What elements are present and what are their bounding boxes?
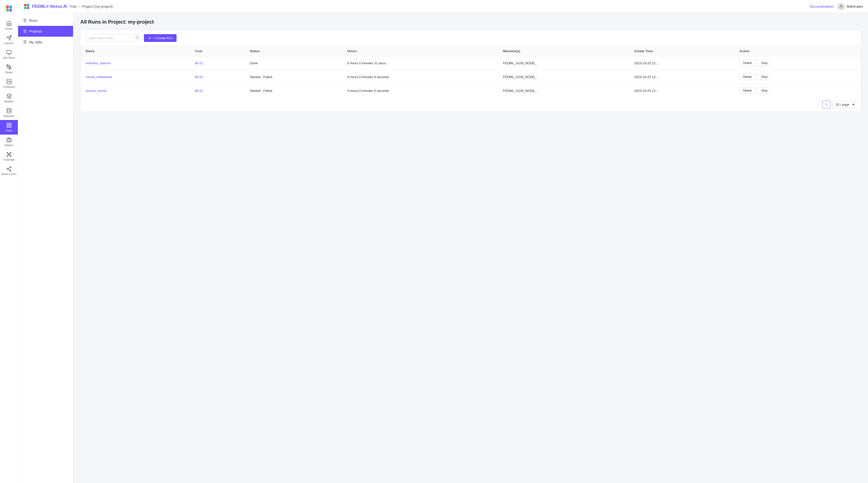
top-header: FEDML® Nexus AI Train > Project (my-proj… (18, 0, 868, 13)
header-right: Documentation fedml-alex (810, 3, 863, 10)
svg-line-22 (9, 153, 10, 154)
col-name: Name (81, 46, 190, 56)
svg-line-25 (7, 155, 9, 156)
run-link[interactable]: davinci_serval (86, 89, 106, 93)
svg-line-37 (138, 38, 138, 39)
cell-create-time: 2023-10-25 12:... (629, 70, 734, 84)
run-link[interactable]: monet_wildebeest (86, 75, 112, 79)
cell-status: Started - Failed (245, 70, 342, 84)
search-input[interactable] (86, 34, 141, 42)
cell-status: Started - Failed (245, 84, 342, 98)
svg-line-24 (9, 155, 10, 156)
cell-action: Delete Stop (734, 70, 861, 84)
sidebar-item-home[interactable]: Home (0, 18, 18, 33)
svg-point-28 (9, 170, 11, 171)
create-run-button[interactable]: + Create Run (144, 34, 177, 42)
sidebar-item-datasets[interactable]: Datasets (0, 105, 18, 120)
documentation-link[interactable]: Documentation (810, 4, 834, 8)
breadcrumb-separator: > (79, 4, 81, 8)
svg-point-17 (8, 154, 10, 155)
svg-rect-4 (6, 51, 11, 54)
run-link[interactable]: vettriano_baboon (86, 61, 111, 65)
table-row: davinci_serval $0.01 Started - Failed 0 … (81, 84, 861, 98)
stop-button[interactable]: Stop (757, 60, 771, 66)
page-1-button[interactable]: 1 (822, 100, 830, 108)
sidebar-item-projects[interactable]: ☰ Projects (18, 26, 73, 37)
cell-status: Done (245, 56, 342, 70)
sidebar-item-train[interactable]: Train (0, 120, 18, 134)
create-run-label: + Create Run (153, 36, 173, 40)
col-cost: Cost (190, 46, 245, 56)
main-sidebar: Home Launch Job Store Studio Compute Mod… (0, 0, 18, 483)
projects-icon: ☰ (23, 29, 27, 34)
col-action: Action (734, 46, 861, 56)
sidebar-item-job-store[interactable]: Job Store (0, 47, 18, 62)
header-logo-icon (23, 3, 30, 10)
sidebar-item-models[interactable]: Models (0, 91, 18, 105)
svg-point-2 (6, 8, 9, 12)
stop-button[interactable]: Stop (757, 87, 771, 94)
svg-point-3 (9, 8, 12, 12)
svg-marker-10 (6, 94, 11, 96)
delete-button[interactable]: Delete (739, 87, 755, 94)
delete-button[interactable]: Delete (739, 60, 755, 66)
sidebar-item-runs[interactable]: ☰ Runs (18, 15, 73, 26)
svg-rect-13 (9, 123, 11, 125)
runs-label: Runs (29, 19, 37, 23)
cell-hours: 0 hours 0 minutes 5 seconds (342, 84, 498, 98)
cell-name: vettriano_baboon (81, 56, 190, 70)
svg-point-31 (24, 3, 27, 6)
cell-name: monet_wildebeest (81, 70, 190, 84)
col-create-time: Create Time (629, 46, 734, 56)
sidebar-item-compute[interactable]: Compute (0, 76, 18, 91)
user-info: fedml-alex (838, 3, 863, 10)
col-machines: Machine(s) (498, 46, 629, 56)
svg-rect-7 (6, 82, 11, 84)
svg-rect-6 (6, 79, 11, 81)
per-page-select[interactable]: 10 / page 20 / page 50 / page (832, 101, 856, 108)
header-left: FEDML® Nexus AI Train > Project (my-proj… (23, 3, 113, 10)
table-row: monet_wildebeest $0.01 Started - Failed … (81, 70, 861, 84)
table-row: vettriano_baboon $0.01 Done 0 hours 0 mi… (81, 56, 861, 70)
svg-rect-14 (9, 126, 11, 127)
svg-line-30 (8, 168, 9, 169)
svg-point-27 (7, 168, 8, 170)
svg-rect-15 (7, 126, 8, 127)
runs-icon: ☰ (23, 18, 27, 23)
stop-button[interactable]: Stop (757, 73, 771, 80)
cell-create-time: 2023-10-25 12:... (629, 56, 734, 70)
svg-line-29 (8, 169, 9, 170)
sidebar-item-my-jobs[interactable]: ☰ My Jobs (18, 37, 73, 47)
sidebar-item-launch[interactable]: Launch (0, 33, 18, 47)
breadcrumb-train: Train (69, 4, 77, 8)
svg-rect-12 (7, 123, 8, 125)
col-status: Status (245, 46, 342, 56)
brand-logo (3, 3, 14, 14)
svg-point-33 (24, 6, 27, 9)
cell-cost: $0.01 (190, 70, 245, 84)
cell-hours: 0 hours 0 minutes 31 seco... (342, 56, 498, 70)
col-hours: Hours (342, 46, 498, 56)
svg-point-34 (27, 6, 29, 9)
sidebar-item-deploy[interactable]: Deploy (0, 134, 18, 149)
brand-name: FEDML® Nexus AI (32, 4, 67, 9)
delete-button[interactable]: Delete (739, 73, 755, 80)
breadcrumb-project: Project (my-project) (82, 4, 113, 8)
sidebar-item-share-earn[interactable]: Share & Earn (0, 164, 18, 178)
cell-cost: $0.01 (190, 84, 245, 98)
svg-line-23 (7, 153, 9, 154)
cell-machines: FEDML_A100_NODE_ (498, 70, 629, 84)
svg-rect-16 (6, 138, 11, 142)
cell-name: davinci_serval (81, 84, 190, 98)
secondary-sidebar: ☰ Runs ☰ Projects ☰ My Jobs (18, 13, 73, 483)
svg-point-36 (136, 36, 138, 39)
search-icon (135, 36, 139, 40)
cell-machines: FEDML_A100_NODE_ (498, 56, 629, 70)
sidebar-item-studio[interactable]: Studio (0, 62, 18, 76)
user-avatar (838, 3, 845, 10)
sidebar-item-federate[interactable]: Federate (0, 149, 18, 164)
svg-point-32 (27, 3, 29, 6)
page-title: All Runs in Project: my-project (81, 19, 861, 25)
runs-table: Name Cost Status Hours Machine(s) Create… (81, 46, 861, 97)
table-toolbar: + Create Run (81, 30, 861, 46)
